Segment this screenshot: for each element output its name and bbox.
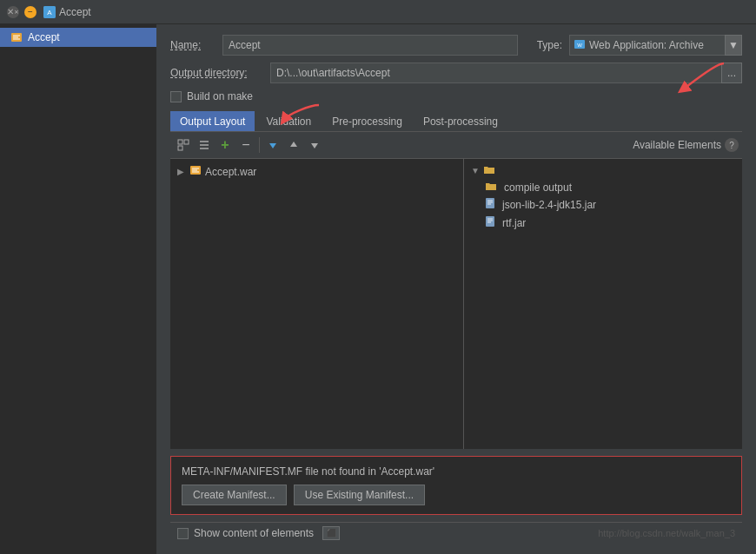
sidebar-item-label: Accept bbox=[28, 31, 60, 43]
toolbar-show-structure-btn[interactable] bbox=[174, 135, 193, 155]
tab-pre-processing-label: Pre-processing bbox=[332, 115, 402, 128]
tree-item-json-lib[interactable]: json-lib-2.4-jdk15.jar bbox=[464, 195, 742, 214]
name-row: Name: Type: W Web Application: Archive bbox=[170, 35, 742, 56]
svg-rect-19 bbox=[486, 198, 494, 208]
svg-rect-18 bbox=[484, 168, 494, 174]
browse-button[interactable]: ... bbox=[721, 63, 742, 83]
help-icon[interactable]: ? bbox=[725, 138, 739, 152]
chevron-down-icon: ▼ bbox=[728, 39, 739, 51]
show-content-btn[interactable]: ⬛ bbox=[322, 526, 340, 540]
tree-right: ▼ bbox=[464, 159, 742, 449]
right-folder-icon bbox=[483, 164, 495, 177]
rtf-jar-label: rtf.jar bbox=[502, 217, 526, 229]
show-content-checkbox[interactable] bbox=[177, 528, 189, 539]
toolbar-remove-btn[interactable]: − bbox=[236, 135, 255, 155]
type-dropdown-arrow[interactable]: ▼ bbox=[725, 35, 742, 56]
ellipsis-icon: ... bbox=[727, 67, 736, 79]
compile-folder-icon bbox=[485, 181, 497, 194]
rtf-jar-icon bbox=[485, 215, 495, 230]
main-content: Accept bbox=[0, 24, 756, 554]
type-value: Web Application: Archive bbox=[589, 39, 704, 51]
tree-item-compile-output[interactable]: compile output bbox=[464, 179, 742, 195]
output-label: Output directory: bbox=[170, 67, 270, 79]
tree-left[interactable]: ▶ Accept.war bbox=[170, 159, 464, 449]
toolbar-add-btn[interactable]: + bbox=[216, 135, 235, 155]
app-window: ✕ A Accept bbox=[0, 0, 756, 554]
name-label: Name: bbox=[170, 39, 222, 51]
manifest-buttons: Create Manifest... Use Existing Manifest… bbox=[182, 485, 731, 505]
toolbar-down2-btn[interactable] bbox=[305, 135, 324, 155]
tree-panel: ▶ Accept.war bbox=[170, 159, 742, 449]
type-select[interactable]: W Web Application: Archive bbox=[569, 35, 726, 56]
minimize-button[interactable] bbox=[24, 6, 36, 18]
svg-rect-9 bbox=[184, 140, 189, 144]
name-input[interactable] bbox=[222, 35, 518, 56]
build-on-make-checkbox[interactable] bbox=[170, 91, 182, 102]
toolbar-separator bbox=[259, 137, 260, 153]
sidebar-item-accept[interactable]: Accept bbox=[0, 28, 156, 47]
tab-output-layout-label: Output Layout bbox=[180, 115, 245, 128]
close-button[interactable]: ✕ bbox=[7, 6, 19, 18]
sidebar: Accept bbox=[0, 24, 156, 554]
war-icon bbox=[10, 31, 23, 43]
tab-validation[interactable]: Validation bbox=[256, 111, 321, 131]
show-content-label: Show content of elements bbox=[194, 527, 314, 539]
show-content-row: Show content of elements ⬛ bbox=[177, 526, 340, 540]
tree-item-label: Accept.war bbox=[205, 166, 256, 178]
right-panel: Name: Type: W Web Application: Archive bbox=[156, 24, 756, 554]
toolbar-up-btn[interactable] bbox=[284, 135, 303, 155]
type-select-container: W Web Application: Archive ▼ bbox=[569, 35, 742, 56]
expand-arrow-icon: ▶ bbox=[177, 167, 184, 176]
svg-text:W: W bbox=[577, 43, 582, 48]
title-bar-controls: ✕ bbox=[7, 6, 36, 18]
warning-box: META-INF/MANIFEST.MF file not found in '… bbox=[170, 456, 742, 515]
create-manifest-button[interactable]: Create Manifest... bbox=[182, 485, 287, 505]
bottom-bar: Show content of elements ⬛ http://blog.c… bbox=[170, 522, 742, 544]
title-bar: ✕ A Accept bbox=[0, 0, 756, 24]
layout-toolbar: + − A bbox=[170, 132, 742, 159]
output-row: Output directory: ... bbox=[170, 63, 742, 83]
tab-post-processing-label: Post-processing bbox=[423, 115, 498, 128]
json-lib-label: json-lib-2.4-jdk15.jar bbox=[502, 199, 596, 211]
available-elements-label: Available Elements ? bbox=[633, 138, 739, 152]
svg-text:A: A bbox=[47, 9, 52, 16]
compile-output-label: compile output bbox=[504, 181, 572, 194]
toolbar-group-btn[interactable] bbox=[195, 135, 214, 155]
tabs-bar: Output Layout Validation Pre-processing … bbox=[170, 111, 742, 132]
title-text: Accept bbox=[59, 6, 91, 18]
build-on-make-row: Build on make bbox=[170, 90, 742, 102]
tab-pre-processing[interactable]: Pre-processing bbox=[322, 111, 412, 131]
type-label: Type: bbox=[537, 39, 562, 51]
build-on-make-label: Build on make bbox=[187, 90, 253, 102]
tab-validation-label: Validation bbox=[266, 115, 311, 128]
warning-text: META-INF/MANIFEST.MF file not found in '… bbox=[182, 465, 731, 478]
svg-rect-8 bbox=[178, 140, 182, 144]
toolbar-down-btn[interactable] bbox=[263, 135, 282, 155]
web-app-icon: W bbox=[574, 38, 586, 53]
tab-output-layout[interactable]: Output Layout bbox=[170, 111, 255, 131]
expand-icon: ⬛ bbox=[327, 529, 336, 538]
output-input[interactable] bbox=[270, 63, 722, 83]
app-icon: A bbox=[43, 6, 56, 18]
tab-post-processing[interactable]: Post-processing bbox=[414, 111, 507, 131]
right-expand-arrow: ▼ bbox=[471, 166, 480, 175]
war-file-icon bbox=[189, 164, 202, 179]
tree-item-rtf-jar[interactable]: rtf.jar bbox=[464, 214, 742, 232]
available-label-text: Available Elements bbox=[633, 139, 721, 151]
use-existing-manifest-button[interactable]: Use Existing Manifest... bbox=[294, 485, 425, 505]
svg-rect-23 bbox=[486, 216, 494, 227]
svg-rect-10 bbox=[178, 146, 182, 150]
json-lib-jar-icon bbox=[485, 197, 495, 212]
tree-item-accept-war[interactable]: ▶ Accept.war bbox=[170, 162, 463, 181]
watermark: http://blog.csdn.net/walk_man_3 bbox=[598, 528, 735, 538]
app-title: A Accept bbox=[43, 6, 91, 18]
